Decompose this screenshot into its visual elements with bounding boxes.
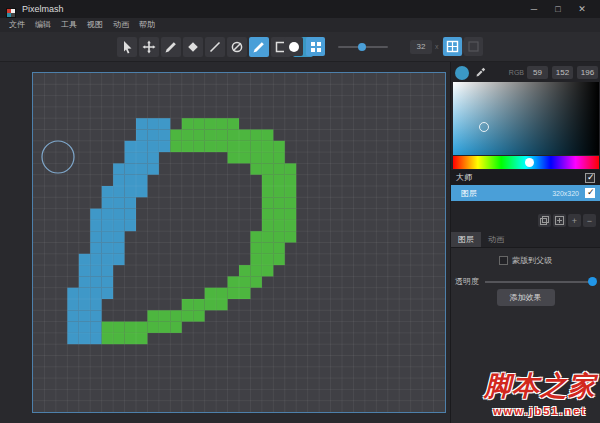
pixel-cell[interactable] (125, 220, 136, 231)
pixel-cell[interactable] (67, 299, 78, 310)
pixel-cell[interactable] (273, 197, 284, 208)
pixel-cell[interactable] (113, 333, 124, 344)
duplicate-layer-button[interactable] (538, 214, 551, 227)
pixel-cell[interactable] (182, 141, 193, 152)
opacity-slider-handle[interactable] (588, 277, 597, 286)
pixel-cell[interactable] (102, 333, 113, 344)
pixel-cell[interactable] (285, 209, 296, 220)
tab-animation[interactable]: 动画 (481, 232, 511, 247)
pixel-cell[interactable] (262, 220, 273, 231)
color-r-value[interactable]: 59 (527, 66, 548, 79)
current-color-swatch[interactable] (455, 66, 469, 80)
minimize-button[interactable]: ─ (522, 0, 546, 18)
pixel-cell[interactable] (193, 310, 204, 321)
tool-ellipse-button[interactable] (227, 37, 247, 57)
pixel-cell[interactable] (273, 186, 284, 197)
pixel-cell[interactable] (102, 254, 113, 265)
pixel-cell[interactable] (147, 141, 158, 152)
menu-item-3[interactable]: 视图 (82, 18, 108, 32)
tool-brush-button[interactable] (249, 37, 269, 57)
pixel-cell[interactable] (136, 152, 147, 163)
pixel-cell[interactable] (250, 163, 261, 174)
pixel-cell[interactable] (205, 118, 216, 129)
pixel-cell[interactable] (136, 163, 147, 174)
pixel-cell[interactable] (262, 254, 273, 265)
pixel-cell[interactable] (125, 152, 136, 163)
hue-slider-handle[interactable] (525, 158, 534, 167)
pixel-cell[interactable] (159, 310, 170, 321)
pixel-cell[interactable] (113, 231, 124, 242)
pixel-cell[interactable] (228, 130, 239, 141)
pixel-cell[interactable] (79, 265, 90, 276)
pixel-cell[interactable] (170, 310, 181, 321)
pixel-cell[interactable] (113, 322, 124, 333)
pixel-cell[interactable] (193, 299, 204, 310)
pixel-cell[interactable] (193, 141, 204, 152)
pixel-cell[interactable] (250, 231, 261, 242)
pixel-cell[interactable] (216, 288, 227, 299)
pixel-cell[interactable] (250, 141, 261, 152)
pixel-cell[interactable] (102, 288, 113, 299)
pixel-cell[interactable] (159, 322, 170, 333)
brush-size-slider-handle[interactable] (358, 43, 366, 51)
pixel-cell[interactable] (90, 231, 101, 242)
pixel-cell[interactable] (170, 130, 181, 141)
tool-pencil-button[interactable] (161, 37, 181, 57)
pixel-cell[interactable] (193, 118, 204, 129)
pixel-cell[interactable] (170, 322, 181, 333)
pixel-cell[interactable] (262, 141, 273, 152)
close-button[interactable]: ✕ (570, 0, 594, 18)
pixel-cell[interactable] (250, 152, 261, 163)
menu-item-2[interactable]: 工具 (56, 18, 82, 32)
pixel-cell[interactable] (113, 243, 124, 254)
pixel-cell[interactable] (125, 333, 136, 344)
pixel-cell[interactable] (205, 141, 216, 152)
pixel-cell[interactable] (170, 141, 181, 152)
pixel-cell[interactable] (136, 118, 147, 129)
pixel-cell[interactable] (250, 276, 261, 287)
pixel-cell[interactable] (125, 322, 136, 333)
pixel-cell[interactable] (262, 209, 273, 220)
pixel-cell[interactable] (250, 243, 261, 254)
tab-layer[interactable]: 图层 (451, 232, 481, 247)
pixel-cell[interactable] (136, 322, 147, 333)
pixel-cell[interactable] (90, 322, 101, 333)
pixel-cell[interactable] (102, 209, 113, 220)
pixel-cell[interactable] (136, 130, 147, 141)
pixel-cell[interactable] (228, 276, 239, 287)
pixel-cell[interactable] (250, 265, 261, 276)
pixel-cell[interactable] (273, 209, 284, 220)
pixel-cell[interactable] (113, 175, 124, 186)
pixel-cell[interactable] (147, 118, 158, 129)
pixel-cell[interactable] (90, 220, 101, 231)
pixel-cell[interactable] (216, 141, 227, 152)
layer-group-visibility-checkbox[interactable]: ✓ (585, 173, 595, 183)
pixel-cell[interactable] (262, 130, 273, 141)
pixel-cell[interactable] (125, 197, 136, 208)
pixel-cell[interactable] (228, 288, 239, 299)
color-b-value[interactable]: 196 (577, 66, 598, 79)
pixel-cell[interactable] (67, 288, 78, 299)
pixel-cell[interactable] (159, 141, 170, 152)
pixel-cell[interactable] (159, 118, 170, 129)
pixel-cell[interactable] (113, 254, 124, 265)
pixel-cell[interactable] (159, 130, 170, 141)
pixel-cell[interactable] (262, 265, 273, 276)
remove-layer-button[interactable]: − (583, 214, 596, 227)
pixel-cell[interactable] (136, 175, 147, 186)
saturation-brightness-field[interactable] (453, 82, 599, 155)
tool-line-button[interactable] (205, 37, 225, 57)
pixel-cell[interactable] (90, 276, 101, 287)
pixel-cell[interactable] (90, 209, 101, 220)
pixel-cell[interactable] (216, 299, 227, 310)
circle-brush-button[interactable] (284, 37, 303, 56)
eyedropper-icon[interactable] (475, 64, 486, 82)
pixel-cell[interactable] (90, 288, 101, 299)
pixel-cell[interactable] (250, 130, 261, 141)
pixel-cell[interactable] (239, 288, 250, 299)
mask-to-parent-checkbox[interactable] (499, 256, 508, 265)
pixel-cell[interactable] (113, 163, 124, 174)
grid-toggle-button[interactable] (443, 37, 462, 56)
pixel-cell[interactable] (262, 197, 273, 208)
menu-item-5[interactable]: 帮助 (134, 18, 160, 32)
